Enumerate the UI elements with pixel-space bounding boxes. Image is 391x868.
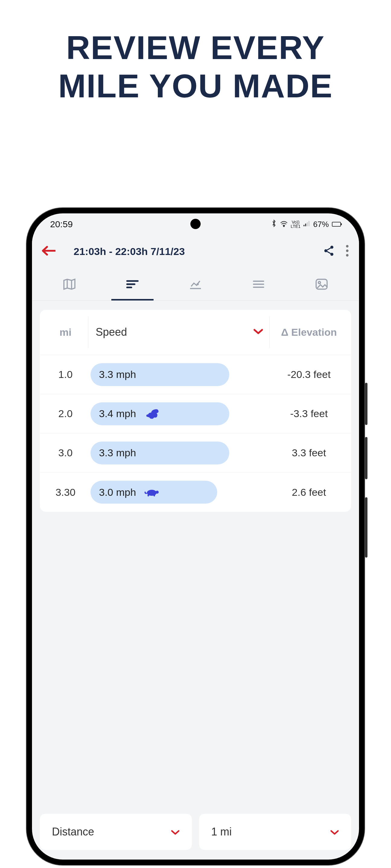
tab-chart[interactable]	[164, 268, 227, 301]
back-button[interactable]	[36, 246, 61, 257]
svg-rect-2	[305, 223, 306, 226]
svg-point-0	[283, 225, 284, 226]
speed-pill: 3.3 mph	[90, 441, 229, 464]
battery-percent: 67%	[313, 220, 329, 229]
cell-speed: 3.0 mph	[99, 487, 136, 498]
phone-side-button	[365, 437, 367, 479]
status-time: 20:59	[50, 219, 73, 229]
bluetooth-icon	[271, 219, 277, 229]
table-row: 1.0 3.3 mph -20.3 feet	[40, 355, 351, 394]
interval-selector-label: 1 mi	[211, 826, 232, 838]
signal-icon	[304, 220, 310, 229]
cell-mile: 3.0	[43, 447, 88, 459]
view-tabs	[32, 268, 359, 301]
svg-rect-1	[304, 225, 304, 226]
front-camera	[190, 219, 201, 229]
table-row: 3.0 3.3 mph 3.3 feet	[40, 433, 351, 472]
svg-point-6	[324, 249, 327, 252]
marketing-headline: REVIEW EVERY MILE YOU MADE	[0, 0, 391, 105]
phone-side-button	[365, 497, 367, 558]
svg-point-14	[197, 284, 198, 285]
status-right-cluster: Vo))LTE1 67%	[271, 219, 341, 229]
svg-rect-4	[308, 221, 309, 226]
status-bar: 20:59 Vo))LTE1 67%	[32, 213, 359, 235]
header-mi: mi	[43, 327, 88, 338]
phone-frame: 20:59 Vo))LTE1 67% 21:03h - 2	[27, 208, 364, 865]
svg-point-5	[330, 246, 333, 249]
svg-point-19	[318, 281, 320, 283]
speed-pill: 3.3 mph	[90, 363, 229, 386]
turtle-icon	[144, 487, 160, 497]
header-speed-label: Speed	[95, 326, 127, 338]
table-header: mi Speed Δ Elevation	[40, 310, 351, 355]
battery-icon	[332, 222, 341, 227]
share-button[interactable]	[317, 244, 340, 258]
metric-selector[interactable]: Distance	[40, 814, 192, 850]
svg-point-21	[156, 491, 159, 494]
tab-map[interactable]	[38, 268, 101, 301]
table-row: 2.0 3.4 mph -3.3 feet	[40, 394, 351, 433]
svg-point-8	[346, 245, 348, 247]
svg-point-9	[346, 250, 348, 252]
tab-list[interactable]	[227, 268, 290, 301]
header-elevation: Δ Elevation	[270, 327, 348, 338]
metric-selector-label: Distance	[52, 826, 94, 838]
svg-rect-22	[147, 495, 149, 496]
volte-icon: Vo))LTE1	[291, 220, 301, 228]
tab-splits[interactable]	[101, 268, 164, 301]
wifi-icon	[280, 220, 288, 229]
chevron-down-icon	[171, 826, 180, 838]
bottom-controls: Distance 1 mi	[32, 814, 359, 856]
cell-elevation: -20.3 feet	[270, 369, 348, 380]
headline-line-2: MILE YOU MADE	[0, 67, 391, 105]
headline-line-1: REVIEW EVERY	[0, 29, 391, 67]
speed-pill: 3.4 mph	[90, 402, 229, 425]
session-title: 21:03h - 22:03h 7/11/23	[61, 246, 317, 257]
tab-photos[interactable]	[290, 268, 353, 301]
phone-side-button	[365, 383, 367, 425]
chevron-down-icon	[330, 826, 339, 838]
cell-elevation: 3.3 feet	[270, 447, 348, 459]
app-bar: 21:03h - 22:03h 7/11/23	[32, 235, 359, 268]
interval-selector[interactable]: 1 mi	[199, 814, 351, 850]
header-speed-sort[interactable]: Speed	[88, 316, 270, 348]
speed-pill: 3.0 mph	[90, 481, 217, 504]
cell-mile: 3.30	[43, 487, 88, 498]
splits-card: mi Speed Δ Elevation 1.0 3.3 mph -20.3 f…	[40, 310, 351, 512]
rabbit-icon	[144, 408, 160, 420]
chevron-down-icon	[253, 328, 263, 336]
svg-point-10	[346, 254, 348, 256]
overflow-menu-button[interactable]	[340, 245, 351, 258]
cell-mile: 2.0	[43, 408, 88, 420]
cell-elevation: -3.3 feet	[270, 408, 348, 420]
table-row: 3.30 3.0 mph 2.6 feet	[40, 472, 351, 512]
cell-speed: 3.3 mph	[99, 447, 136, 459]
svg-rect-3	[307, 222, 308, 226]
cell-speed: 3.3 mph	[99, 369, 136, 380]
cell-speed: 3.4 mph	[99, 408, 136, 420]
svg-point-7	[330, 253, 333, 256]
svg-rect-23	[153, 495, 155, 496]
phone-screen: 20:59 Vo))LTE1 67% 21:03h - 2	[32, 213, 359, 860]
cell-elevation: 2.6 feet	[270, 487, 348, 498]
cell-mile: 1.0	[43, 369, 88, 380]
